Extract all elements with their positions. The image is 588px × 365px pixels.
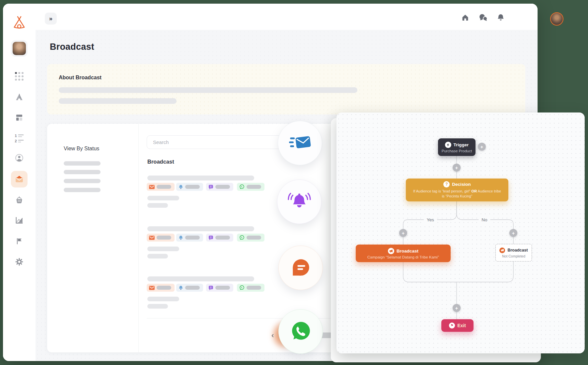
chat-message-icon	[291, 258, 311, 278]
status-filter-item[interactable]	[64, 161, 101, 166]
branch-label-yes: Yes	[424, 217, 437, 223]
chat-exclaim-icon	[208, 184, 213, 189]
user-icon	[15, 154, 24, 163]
placeholder-bar	[59, 87, 357, 93]
branch-label-no: No	[478, 217, 490, 223]
messages-button[interactable]	[479, 14, 488, 23]
broadcast-main-title: Broadcast	[397, 249, 418, 254]
add-step-button[interactable]: +	[509, 229, 517, 237]
sidebar-item-audience[interactable]	[15, 154, 24, 163]
flow-node-exit[interactable]: ⚑ Exit	[441, 319, 474, 332]
numbered-list-icon: 1 2	[15, 134, 24, 143]
home-button[interactable]	[461, 14, 469, 23]
topbar: »	[36, 4, 538, 30]
notifications-button[interactable]	[497, 14, 504, 23]
row-meta-bar	[147, 203, 168, 208]
gear-icon	[15, 258, 24, 266]
row-title-bar	[147, 176, 254, 181]
channel-badge-whatsapp	[237, 183, 264, 191]
chat-exclaim-icon	[208, 235, 213, 240]
question-icon: ?	[443, 181, 450, 187]
about-broadcast-title: About Broadcast	[59, 75, 102, 81]
status-filter-item[interactable]	[64, 170, 101, 174]
channel-badge-chat	[206, 234, 233, 242]
ringing-bell-icon	[288, 192, 311, 212]
megaphone-icon	[388, 248, 394, 254]
envelope-icon	[149, 286, 155, 290]
tent-icon	[15, 93, 24, 101]
send-mail-icon	[288, 134, 312, 152]
envelope-icon	[15, 175, 24, 183]
decision-title: Decision	[452, 182, 471, 187]
app-logo-tent-icon[interactable]	[12, 15, 27, 29]
chat-exclaim-icon	[208, 285, 213, 290]
bell-icon	[179, 184, 183, 189]
channel-badge-chat	[206, 183, 233, 191]
trigger-title: Trigger	[454, 142, 469, 147]
channel-badge-email	[147, 183, 175, 191]
add-step-button[interactable]: +	[453, 304, 461, 312]
channel-circle-whatsapp[interactable]	[278, 309, 323, 354]
flag-icon: ⚑	[449, 323, 455, 328]
sidebar-item-tribe[interactable]	[15, 93, 24, 101]
flow-node-broadcast-alt[interactable]: Broadcast Not Completed	[495, 244, 532, 261]
sidebar-collapse-button[interactable]: »	[45, 13, 57, 25]
channel-circle-notification[interactable]	[277, 180, 322, 224]
sidebar-item-pages[interactable]	[15, 113, 23, 121]
envelope-icon	[149, 236, 155, 240]
chat-bubbles-icon	[479, 14, 488, 22]
channel-badge-notification	[176, 284, 203, 292]
row-meta-bar	[147, 297, 179, 301]
row-meta-bar	[147, 196, 179, 200]
decision-condition: If Audience tag is “lead person, girl” O…	[413, 189, 501, 199]
row-meta-bar	[147, 247, 179, 251]
sidebar-item-campaign[interactable]	[15, 237, 23, 245]
pagination-prev-button[interactable]: ‹	[271, 331, 274, 340]
sidebar-item-analytics[interactable]	[15, 216, 24, 224]
flow-builder-canvas[interactable]: Yes No Trigger Purchase Product ? Decisi…	[336, 112, 585, 353]
page-title: Broadcast	[50, 42, 94, 52]
sidebar-item-sequence[interactable]: 1 2	[15, 134, 24, 143]
whatsapp-icon	[239, 285, 245, 290]
channel-badge-email	[147, 284, 175, 292]
row-meta-bar	[147, 254, 168, 258]
megaphone-icon	[499, 248, 505, 253]
sidebar-item-broadcast-active[interactable]	[11, 171, 28, 187]
channel-badge-notification	[176, 234, 203, 242]
view-by-status-title: View By Status	[64, 146, 99, 152]
broadcast-alt-title: Broadcast	[507, 248, 528, 253]
grid-dots-icon	[15, 72, 24, 81]
sidebar-item-store[interactable]	[15, 196, 24, 204]
add-step-button[interactable]: +	[399, 229, 407, 237]
lightning-icon	[445, 142, 451, 148]
sidebar-item-apps[interactable]	[15, 72, 24, 81]
workspace-avatar[interactable]	[11, 40, 28, 57]
broadcast-main-subtitle: Campaign “Selamat Datang di Tribe Kami”	[367, 255, 439, 259]
broadcast-alt-subtitle: Not Completed	[502, 254, 525, 258]
channel-circle-chat[interactable]	[278, 246, 323, 290]
channel-circle-email[interactable]	[278, 121, 322, 165]
flow-node-broadcast-main[interactable]: Broadcast Campaign “Selamat Datang di Tr…	[356, 245, 451, 262]
exit-title: Exit	[457, 323, 466, 328]
flow-node-decision[interactable]: ? Decision If Audience tag is “lead pers…	[406, 179, 508, 201]
broadcast-list-title: Broadcast	[147, 159, 174, 165]
channel-badge-whatsapp	[237, 284, 264, 292]
channel-badge-notification	[176, 183, 203, 191]
bell-icon	[179, 285, 183, 290]
row-title-bar	[147, 226, 254, 231]
trigger-subtitle: Purchase Product	[442, 149, 472, 153]
layout-icon	[15, 113, 23, 121]
home-icon	[461, 14, 469, 22]
whatsapp-icon	[239, 184, 245, 189]
add-step-button[interactable]: +	[478, 143, 486, 151]
whatsapp-icon	[290, 321, 311, 342]
flag-icon	[15, 237, 23, 245]
profile-avatar[interactable]	[550, 12, 563, 26]
flow-node-trigger[interactable]: Trigger Purchase Product	[438, 138, 476, 156]
chart-icon	[15, 216, 24, 224]
add-step-button[interactable]: +	[453, 164, 461, 172]
bell-icon	[497, 14, 504, 22]
sidebar-item-settings[interactable]	[15, 258, 24, 266]
sidebar: 1 2	[3, 4, 36, 361]
row-title-bar	[147, 276, 254, 281]
